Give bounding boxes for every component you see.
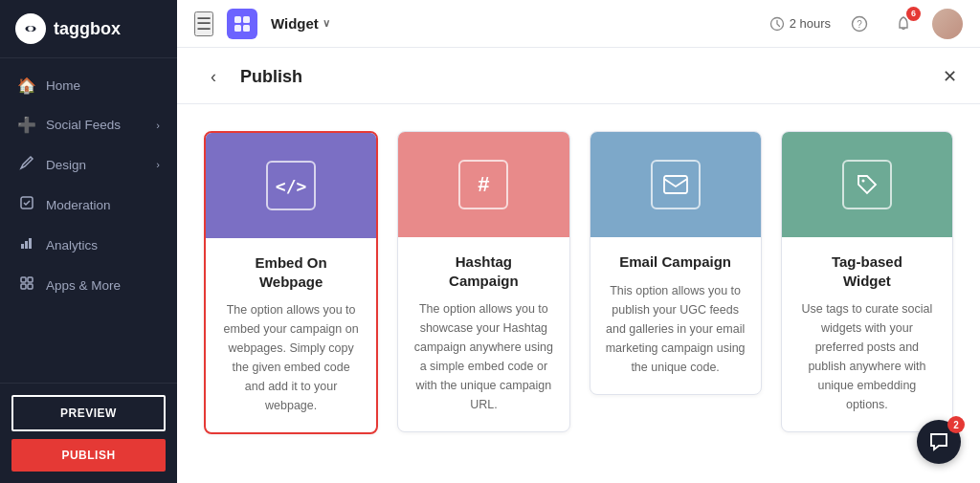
hashtag-icon: # <box>478 172 489 197</box>
svg-rect-6 <box>21 277 26 282</box>
user-avatar[interactable] <box>932 9 963 39</box>
svg-rect-7 <box>28 277 33 282</box>
sidebar: taggbox 🏠 Home ➕ Social Feeds › Design › <box>0 0 177 483</box>
chevron-right-icon: › <box>156 159 160 170</box>
svg-rect-5 <box>29 238 32 249</box>
close-button[interactable]: ✕ <box>943 66 957 87</box>
email-card-title: Email Campaign <box>606 252 746 272</box>
code-icon: </> <box>276 176 307 196</box>
sidebar-item-label: Home <box>46 78 80 93</box>
publish-cards: </> Embed OnWebpage The option allows yo… <box>177 104 980 461</box>
sidebar-item-home[interactable]: 🏠 Home <box>0 66 177 105</box>
publish-area: ‹ Publish ✕ </> Embed OnWebpage The opti… <box>177 48 980 483</box>
svg-point-18 <box>861 180 864 183</box>
tag-card-title: Tag-basedWidget <box>797 252 937 290</box>
widget-chevron-icon: ∨ <box>323 17 330 30</box>
embed-card-top: </> <box>206 133 376 238</box>
email-card-body: Email Campaign This option allows you to… <box>590 237 761 394</box>
svg-rect-10 <box>234 16 241 23</box>
hashtag-card-body: HashtagCampaign The option allows you to… <box>398 237 568 431</box>
hashtag-card-title: HashtagCampaign <box>413 252 553 290</box>
sidebar-logo: taggbox <box>0 0 177 58</box>
logo-icon <box>15 13 46 44</box>
embed-card-body: Embed OnWebpage The option allows you to… <box>206 238 376 432</box>
sidebar-item-label: Apps & More <box>46 278 121 293</box>
svg-rect-3 <box>21 244 24 249</box>
main-content: ☰ Widget ∨ 2 hours ? <box>177 0 980 483</box>
social-feeds-icon: ➕ <box>17 116 36 134</box>
sidebar-item-label: Social Feeds <box>46 118 121 132</box>
sidebar-item-label: Analytics <box>46 238 98 252</box>
widget-name[interactable]: Widget ∨ <box>271 15 330 32</box>
apps-more-icon <box>17 275 36 295</box>
email-card-top <box>590 132 761 237</box>
logo-text: taggbox <box>54 19 121 39</box>
hashtag-icon-box: # <box>458 160 508 209</box>
tag-card-top <box>782 132 952 237</box>
preview-button[interactable]: PREVIEW <box>11 395 166 431</box>
sidebar-item-label: Design <box>46 158 86 172</box>
back-button[interactable]: ‹ <box>200 63 227 90</box>
design-icon <box>17 155 36 174</box>
hashtag-card-desc: The option allows you to showcase your H… <box>413 299 553 414</box>
svg-text:?: ? <box>857 19 862 30</box>
sidebar-item-social-feeds[interactable]: ➕ Social Feeds › <box>0 105 177 144</box>
tag-card-body: Tag-basedWidget Use tags to curate socia… <box>782 237 952 431</box>
email-card[interactable]: Email Campaign This option allows you to… <box>590 131 762 395</box>
email-icon-box <box>651 160 701 209</box>
sidebar-bottom: PREVIEW PUBLISH <box>0 383 177 483</box>
svg-rect-12 <box>234 25 241 32</box>
sidebar-navigation: 🏠 Home ➕ Social Feeds › Design › <box>0 58 177 383</box>
embed-card-title: Embed OnWebpage <box>221 253 361 291</box>
chevron-right-icon: › <box>156 120 160 131</box>
publish-header: ‹ Publish ✕ <box>177 48 980 104</box>
svg-rect-9 <box>28 284 33 289</box>
sidebar-item-analytics[interactable]: Analytics <box>0 225 177 265</box>
header-time: 2 hours <box>769 16 831 32</box>
sidebar-item-label: Moderation <box>46 198 111 212</box>
svg-rect-11 <box>243 16 250 23</box>
publish-button[interactable]: PUBLISH <box>11 439 166 472</box>
header: ☰ Widget ∨ 2 hours ? <box>177 0 980 48</box>
analytics-icon <box>17 235 36 254</box>
embed-card-desc: The option allows you to embed your camp… <box>221 300 361 415</box>
tag-icon-box <box>842 160 892 209</box>
email-card-desc: This option allows you to publish your U… <box>606 281 746 377</box>
tag-widget-card[interactable]: Tag-basedWidget Use tags to curate socia… <box>781 131 953 432</box>
publish-title: Publish <box>240 67 929 87</box>
embed-card[interactable]: </> Embed OnWebpage The option allows yo… <box>204 131 378 434</box>
svg-rect-4 <box>25 241 28 249</box>
embed-icon-box: </> <box>266 161 316 210</box>
widget-icon <box>227 9 257 39</box>
svg-rect-17 <box>664 176 687 193</box>
hashtag-card-top: # <box>398 132 568 237</box>
moderation-icon <box>17 195 36 214</box>
svg-rect-13 <box>243 25 250 32</box>
notification-badge: 6 <box>906 7 921 21</box>
hashtag-card[interactable]: # HashtagCampaign The option allows you … <box>397 131 569 432</box>
sidebar-item-apps-more[interactable]: Apps & More <box>0 265 177 305</box>
notifications-button[interactable]: 6 <box>888 9 919 39</box>
svg-point-1 <box>28 26 33 32</box>
hamburger-button[interactable]: ☰ <box>194 11 213 36</box>
help-button[interactable]: ? <box>844 9 875 39</box>
home-icon: 🏠 <box>17 77 36 95</box>
sidebar-item-design[interactable]: Design › <box>0 144 177 185</box>
tag-card-desc: Use tags to curate social widgets with y… <box>797 299 937 414</box>
chat-badge: 2 <box>947 416 965 433</box>
svg-rect-8 <box>21 284 26 289</box>
chat-bubble-button[interactable]: 2 <box>917 420 961 464</box>
sidebar-item-moderation[interactable]: Moderation <box>0 185 177 225</box>
